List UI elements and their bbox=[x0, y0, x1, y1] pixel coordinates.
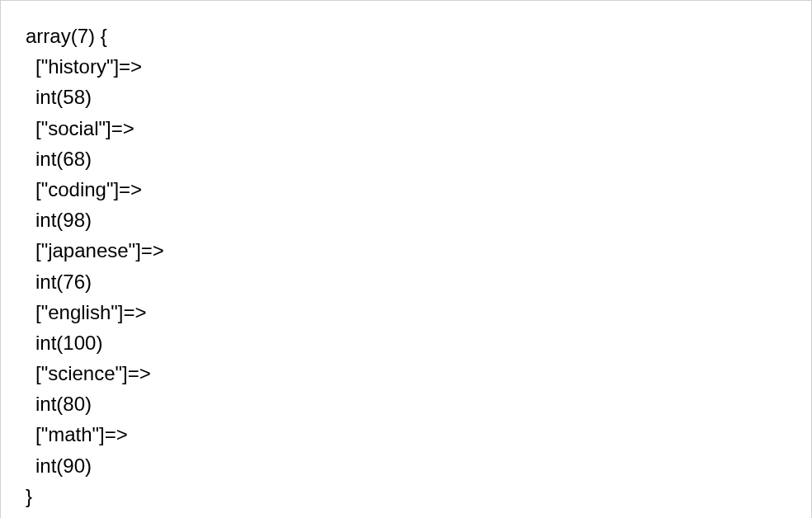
entry-val: int(68) bbox=[26, 144, 786, 174]
entry-val: int(58) bbox=[26, 82, 786, 112]
entry-val: int(98) bbox=[26, 205, 786, 235]
array-footer: } bbox=[26, 481, 786, 511]
entry-val: int(80) bbox=[26, 388, 786, 419]
entry-key: ["coding"]=> bbox=[26, 174, 786, 205]
code-output-block: array(7) { ["history"]=> int(58) ["socia… bbox=[0, 0, 812, 518]
entry-val: int(90) bbox=[26, 450, 786, 481]
entry-val: int(76) bbox=[26, 266, 786, 297]
entry-key: ["social"]=> bbox=[26, 113, 786, 144]
entry-key: ["science"]=> bbox=[26, 358, 786, 388]
array-header: array(7) { bbox=[26, 21, 786, 51]
entry-val: int(100) bbox=[26, 327, 786, 358]
entry-key: ["japanese"]=> bbox=[26, 235, 786, 266]
entry-key: ["math"]=> bbox=[26, 419, 786, 450]
entry-key: ["english"]=> bbox=[26, 297, 786, 327]
entry-key: ["history"]=> bbox=[26, 51, 786, 82]
